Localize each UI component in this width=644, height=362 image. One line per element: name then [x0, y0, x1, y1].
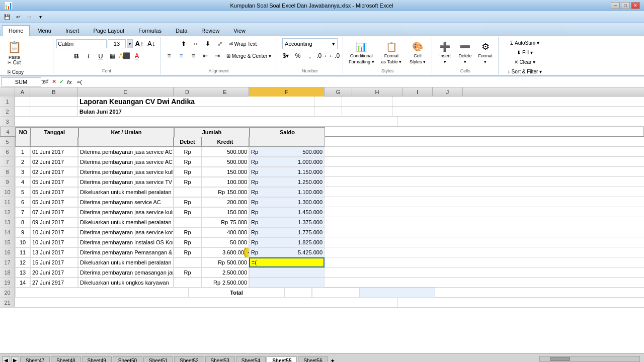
- cell-saldo[interactable]: Rp1.300.000: [249, 197, 325, 207]
- cell-g1[interactable]: [314, 97, 342, 107]
- cell-debet[interactable]: 150.000: [201, 207, 249, 217]
- restore-button[interactable]: □: [621, 2, 630, 9]
- cell-saldo[interactable]: [249, 267, 325, 278]
- col-header-c[interactable]: C: [78, 87, 174, 97]
- cell-no[interactable]: 9: [15, 227, 30, 237]
- decrease-font-button[interactable]: A↓: [146, 38, 157, 49]
- cell-total-saldo[interactable]: [360, 288, 435, 298]
- cell-tanggal[interactable]: 15 Juni 2017: [30, 257, 78, 267]
- col-header-i[interactable]: I: [403, 87, 433, 97]
- fill-button[interactable]: ⬇ Fill ▾: [514, 48, 535, 57]
- cell-total-d[interactable]: [284, 288, 312, 298]
- tab-review[interactable]: Review: [195, 25, 226, 36]
- h-scroll-thumb[interactable]: [550, 357, 570, 361]
- increase-decimal-button[interactable]: .0→: [316, 50, 328, 61]
- cell-no[interactable]: 11: [15, 247, 30, 257]
- increase-font-button[interactable]: A↑: [134, 38, 145, 49]
- cell-drp[interactable]: [174, 217, 201, 227]
- cell-empty-3[interactable]: [15, 117, 397, 127]
- formula-confirm-icon[interactable]: ✓: [58, 78, 65, 85]
- format-button[interactable]: ⚙ Format ▾: [475, 39, 495, 67]
- cell-kredit[interactable]: Rp2.500.000: [201, 278, 249, 288]
- sheet-tab-add[interactable]: ✦: [330, 357, 335, 363]
- fill-color-button[interactable]: A⬛: [119, 50, 130, 61]
- align-bottom-button[interactable]: ⬇: [202, 38, 213, 49]
- cell-saldo[interactable]: Rp5.425.000: [249, 247, 325, 257]
- quick-access-dropdown[interactable]: ▾: [35, 13, 45, 22]
- cell-h2[interactable]: [342, 107, 392, 117]
- cell-kredit[interactable]: Rp500.000: [201, 257, 249, 267]
- cell-saldo[interactable]: Rp1.775.000: [249, 227, 325, 237]
- cell-drp[interactable]: Rp: [174, 267, 201, 278]
- cell-tanggal[interactable]: 09 Juni 2017: [30, 217, 78, 227]
- cell-ket[interactable]: Diterima pembayaran jasa service kompute…: [78, 227, 174, 237]
- name-box[interactable]: [1, 77, 41, 86]
- col-header-g[interactable]: G: [325, 87, 352, 97]
- col-header-h[interactable]: H: [352, 87, 403, 97]
- cell-debet[interactable]: 2.500.000: [201, 267, 249, 278]
- cell-tanggal[interactable]: 05 Juni 2017: [30, 177, 78, 187]
- formula-cancel-icon[interactable]: ↺: [43, 78, 50, 85]
- cell-kredit-header[interactable]: Kredit: [201, 137, 249, 147]
- cell-drp[interactable]: Rp: [174, 247, 201, 257]
- cell-c1[interactable]: Laporan Keuangan CV Dwi Andika: [78, 97, 314, 107]
- cell-tanggal-header[interactable]: Tanggal: [31, 127, 78, 137]
- sheet-tab-52[interactable]: Sheet52: [174, 356, 204, 363]
- cell-no[interactable]: 3: [15, 167, 30, 177]
- wrap-text-button[interactable]: ⏎ Wrap Text: [226, 39, 259, 48]
- cell-drp[interactable]: Rp: [174, 157, 201, 167]
- cell-saldo[interactable]: Rp1.100.000: [249, 187, 325, 197]
- align-right-button[interactable]: ≡: [188, 50, 199, 61]
- conditional-formatting-button[interactable]: 📊 Conditional Formatting ▾: [346, 39, 377, 67]
- cell-no[interactable]: 6: [15, 197, 30, 207]
- cell-c5[interactable]: [78, 137, 174, 147]
- format-as-table-button[interactable]: 📋 Format as Table ▾: [379, 39, 405, 67]
- increase-indent-button[interactable]: ⇥: [212, 50, 223, 61]
- cell-drp[interactable]: Rp: [174, 167, 201, 177]
- insert-button[interactable]: ➕ Insert ▾: [435, 39, 454, 67]
- tab-page-layout[interactable]: Page Layout: [87, 25, 131, 36]
- active-formula-cell[interactable]: =(: [249, 257, 325, 267]
- cell-tanggal[interactable]: 20 Juni 2017: [30, 267, 78, 278]
- cell-debet[interactable]: 500.000: [201, 157, 249, 167]
- align-left-button[interactable]: ≡: [164, 50, 175, 61]
- cell-debet-header[interactable]: Debet: [174, 137, 201, 147]
- cell-ket[interactable]: Diterima pembayaran pemasangan jaringan …: [78, 267, 174, 278]
- col-header-f[interactable]: F: [249, 87, 325, 97]
- row-num[interactable]: 7: [0, 157, 15, 166]
- cell-empty-21[interactable]: [15, 298, 397, 308]
- cell-no[interactable]: 1: [15, 147, 30, 157]
- sheet-tab-47[interactable]: Sheet47: [20, 356, 50, 363]
- cell-no[interactable]: 8: [15, 217, 30, 227]
- sheet-tab-55[interactable]: Sheet55: [267, 356, 297, 363]
- cell-g2[interactable]: [314, 107, 342, 117]
- orientation-button[interactable]: ⤢: [214, 38, 225, 49]
- cell-no[interactable]: 14: [15, 278, 30, 288]
- number-format-dropdown[interactable]: Accounting ▾: [282, 38, 338, 49]
- tab-home[interactable]: Home: [2, 25, 30, 36]
- row-num[interactable]: 12: [0, 207, 15, 217]
- font-name-input[interactable]: [56, 39, 107, 48]
- cell-drp[interactable]: Rp: [174, 177, 201, 187]
- cell-no[interactable]: 10: [15, 237, 30, 247]
- cell-saldo[interactable]: Rp1.150.000: [249, 167, 325, 177]
- align-center-button[interactable]: ≡: [176, 50, 187, 61]
- cell-tanggal[interactable]: 10 Juni 2017: [30, 237, 78, 247]
- h-scroll-track[interactable]: [539, 356, 640, 362]
- cell-b1[interactable]: [30, 97, 78, 107]
- col-header-j[interactable]: J: [433, 87, 463, 97]
- cell-debet[interactable]: 400.000: [201, 227, 249, 237]
- border-button[interactable]: ▦: [107, 50, 118, 61]
- row-num[interactable]: 10: [0, 187, 15, 197]
- cell-tanggal[interactable]: 27 Juni 2917: [30, 278, 78, 288]
- cut-button[interactable]: ✂ Cut: [5, 58, 23, 67]
- tab-data[interactable]: Data: [169, 25, 194, 36]
- cell-ket[interactable]: Dikeluarkan untuk ongkos karyawan: [78, 278, 174, 288]
- merge-center-button[interactable]: ⊞ Merge & Center ▾: [224, 51, 274, 60]
- underline-button[interactable]: U: [95, 50, 106, 61]
- cell-b5[interactable]: [30, 137, 78, 147]
- cell-total-label[interactable]: [15, 288, 189, 298]
- sheet-tab-56[interactable]: Sheet56: [298, 356, 328, 363]
- row-num[interactable]: 8: [0, 167, 15, 176]
- sheet-tab-51[interactable]: Sheet51: [143, 356, 173, 363]
